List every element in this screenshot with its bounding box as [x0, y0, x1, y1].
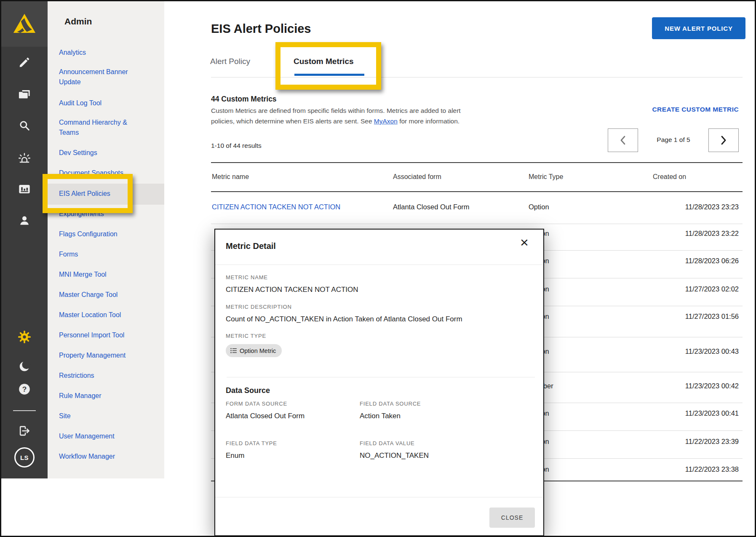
chevron-right-icon — [720, 135, 727, 145]
sidebar-item-master-charge-tool[interactable]: Master Charge Tool — [59, 290, 148, 300]
field-data-source-value: Action Taken — [360, 412, 401, 420]
sidebar-item-user-management[interactable]: User Management — [59, 431, 148, 441]
custom-metrics-description: Custom Metrics are defined from specific… — [211, 105, 477, 126]
metric-name-label: METRIC NAME — [226, 274, 268, 281]
user-avatar[interactable]: LS — [14, 447, 35, 468]
create-custom-metric-link[interactable]: CREATE CUSTOM METRIC — [652, 106, 739, 113]
list-bulleted-icon — [230, 347, 237, 354]
myaxon-link[interactable]: MyAxon — [374, 118, 398, 125]
sidebar-item-forms[interactable]: Forms — [59, 249, 148, 259]
metric-description-value: Count of NO_ACTION_TAKEN in Action Taken… — [226, 315, 462, 323]
created-on-cell: 11/27/2023 01:56 — [685, 313, 739, 321]
users-person-icon[interactable] — [1, 214, 48, 227]
metric-type-chip: Option Metric — [226, 344, 282, 357]
field-data-type-value: Enum — [226, 452, 244, 460]
metric-type-chip-label: Option Metric — [240, 347, 276, 354]
annotation-box-eis-alert-policies — [43, 174, 133, 213]
metric-name-value: CITIZEN ACTION TACKEN NOT ACTION — [226, 286, 358, 294]
cases-folder-icon[interactable] — [1, 88, 48, 101]
dialog-divider — [215, 264, 543, 265]
sidebar-item-restrictions[interactable]: Restrictions — [59, 371, 148, 381]
admin-console-screen: Admin AnalyticsAnnouncement Banner Updat… — [0, 0, 756, 537]
created-on-cell: 11/23/2023 00:42 — [685, 382, 739, 390]
column-header-created-on: Created on — [653, 173, 686, 181]
metric-type-label: METRIC TYPE — [226, 333, 266, 339]
admin-sidebar: Admin AnalyticsAnnouncement Banner Updat… — [48, 1, 164, 478]
description-text-after: for more information. — [398, 118, 459, 125]
sidebar-item-rule-manager[interactable]: Rule Manager — [59, 391, 148, 401]
table-header-underline — [211, 191, 743, 192]
field-data-value-value: NO_ACTION_TAKEN — [360, 452, 429, 460]
annotation-box-custom-metrics-tab — [275, 42, 381, 90]
created-on-cell: 11/28/2023 23:22 — [685, 230, 739, 238]
custom-metrics-heading: 44 Custom Metrics — [211, 95, 277, 104]
sign-out-icon[interactable] — [1, 424, 48, 438]
sidebar-item-personnel-import-tool[interactable]: Personnel Import Tool — [59, 330, 148, 340]
page-title: EIS Alert Policies — [211, 22, 311, 36]
sidebar-item-flags-configuration[interactable]: Flags Configuration — [59, 229, 148, 239]
new-alert-policy-button[interactable]: NEW ALERT POLICY — [652, 17, 745, 39]
form-data-source-label: FORM DATA SOURCE — [226, 401, 287, 407]
sidebar-item-audit-log-tool[interactable]: Audit Log Tool — [59, 98, 148, 108]
column-header-associated-form: Associated form — [393, 173, 441, 181]
form-data-source-value: Atlanta Closed Out Form — [226, 412, 305, 420]
dialog-section-divider — [227, 377, 535, 377]
settings-gear-icon[interactable] — [1, 330, 48, 344]
created-on-cell: 11/22/2023 23:38 — [685, 465, 739, 473]
metric-name-link[interactable]: CITIZEN ACTION TACKEN NOT ACTION — [212, 203, 340, 211]
avatar-initials: LS — [20, 454, 29, 461]
metric-description-label: METRIC DESCRIPTION — [226, 304, 292, 310]
metric-detail-dialog: Metric Detail × METRIC NAME CITIZEN ACTI… — [214, 229, 544, 536]
app-icon-rail: ? LS — [1, 1, 48, 478]
sidebar-title: Admin — [64, 16, 92, 27]
sidebar-item-workflow-manager[interactable]: Workflow Manager — [59, 452, 148, 462]
field-data-type-label: FIELD DATA TYPE — [226, 440, 277, 446]
pencil-icon[interactable] — [1, 56, 48, 69]
dialog-footer-divider — [215, 497, 543, 497]
svg-text:?: ? — [22, 385, 27, 393]
help-icon[interactable]: ? — [1, 382, 48, 396]
column-header-metric-type: Metric Type — [529, 173, 563, 181]
sidebar-item-announcement-banner-update[interactable]: Announcement Banner Update — [59, 67, 148, 87]
dialog-title: Metric Detail — [226, 241, 276, 251]
created-on-cell: 11/28/2023 06:26 — [685, 257, 739, 265]
sidebar-item-master-location-tool[interactable]: Master Location Tool — [59, 310, 148, 320]
associated-form-cell: Atlanta Closed Out Form — [393, 203, 470, 211]
reports-chart-icon[interactable] — [1, 182, 48, 196]
chevron-left-icon — [620, 135, 626, 145]
sidebar-item-analytics[interactable]: Analytics — [59, 48, 148, 58]
table-top-border — [211, 162, 743, 163]
alerts-siren-icon[interactable] — [1, 152, 48, 165]
column-header-metric-name: Metric name — [212, 173, 249, 181]
page-indicator: Page 1 of 5 — [648, 136, 699, 144]
sidebar-item-property-management[interactable]: Property Management — [59, 350, 148, 361]
rail-divider — [13, 410, 36, 411]
data-source-heading: Data Source — [226, 386, 270, 395]
metric-type-cell: Option — [529, 203, 549, 211]
created-on-cell: 11/22/2023 23:39 — [685, 438, 739, 446]
previous-page-button[interactable] — [608, 128, 638, 152]
created-on-cell: 11/23/2023 00:43 — [685, 347, 739, 355]
created-on-cell: 11/23/2023 00:41 — [685, 409, 739, 417]
created-on-cell: 11/28/2023 23:23 — [685, 203, 739, 211]
dark-mode-moon-icon[interactable] — [1, 360, 48, 373]
created-on-cell: 11/27/2023 02:02 — [685, 285, 739, 293]
next-page-button[interactable] — [708, 128, 739, 152]
tab-alert-policy[interactable]: Alert Policy — [210, 57, 250, 66]
close-x-icon[interactable]: × — [516, 234, 533, 251]
search-icon[interactable] — [1, 119, 48, 132]
field-data-value-label: FIELD DATA VALUE — [360, 440, 415, 446]
results-summary: 1-10 of 44 results — [211, 142, 262, 150]
sidebar-item-site[interactable]: Site — [59, 411, 148, 421]
field-data-source-label: FIELD DATA SOURCE — [360, 401, 421, 407]
sidebar-item-command-hierarchy-teams[interactable]: Command Hierarchy & Teams — [59, 118, 148, 138]
axon-logo[interactable] — [1, 1, 48, 47]
sidebar-item-dev-settings[interactable]: Dev Settings — [59, 148, 148, 158]
row-divider — [211, 224, 743, 224]
close-button[interactable]: CLOSE — [489, 508, 535, 528]
sidebar-item-mni-merge-tool[interactable]: MNI Merge Tool — [59, 270, 148, 280]
